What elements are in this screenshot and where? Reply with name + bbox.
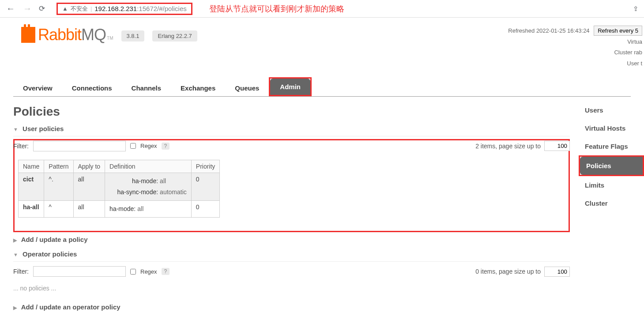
page-size-input[interactable] (544, 141, 570, 151)
filter-input[interactable] (33, 141, 126, 151)
user-label: User t (508, 58, 642, 69)
table-row[interactable]: cict ^. all ha-mode:all ha-sync-mode:aut… (19, 173, 220, 200)
content-area: Policies ▼ User policies Filter: Regex ?… (13, 101, 579, 315)
filter-label: Filter: (13, 143, 29, 150)
tab-exchanges[interactable]: Exchanges (171, 80, 225, 96)
status-column: Refreshed 2022-01-25 16:43:24 Refresh ev… (508, 18, 644, 69)
browser-toolbar: ← → ⟳ ▲ 不安全 | 192.168.2.231:15672/#/poli… (0, 0, 644, 18)
col-pattern: Pattern (44, 160, 73, 173)
regex-checkbox[interactable] (130, 143, 136, 149)
header: RabbitMQ TM 3.8.1 Erlang 22.2.7 (0, 18, 508, 44)
sidebar-item-policies[interactable]: Policies (580, 157, 643, 175)
rabbit-icon (21, 27, 35, 43)
table-row[interactable]: ha-all ^ all ha-mode:all 0 (19, 201, 220, 218)
url-text[interactable]: 192.168.2.231:15672/#/policies (94, 5, 187, 12)
cluster-label: Cluster rab (508, 47, 642, 58)
chevron-right-icon: ▶ (13, 305, 17, 311)
page-title: Policies (13, 105, 570, 119)
back-icon[interactable]: ← (5, 4, 16, 14)
filter-label: Filter: (13, 268, 29, 275)
annotation-text: 登陆从节点就可以看到刚才新加的策略 (209, 4, 344, 14)
insecure-label: 不安全 (71, 5, 88, 13)
sidebar-item-feature-flags[interactable]: Feature Flags (579, 137, 644, 155)
col-definition: Definition (105, 160, 192, 173)
admin-highlight-box: Admin (269, 77, 312, 96)
no-policies-label: ... no policies ... (13, 281, 570, 300)
tab-overview[interactable]: Overview (13, 80, 62, 96)
section-add-operator-policy[interactable]: ▶ Add / update an operator policy (13, 300, 570, 314)
filter-row-operator: Filter: Regex ? 0 items, page size up to (13, 262, 570, 281)
erlang-pill: Erlang 22.2.7 (152, 30, 197, 41)
chevron-down-icon: ▼ (13, 252, 18, 257)
col-priority: Priority (191, 160, 220, 173)
page-size-input-operator[interactable] (544, 267, 570, 277)
rabbitmq-logo[interactable]: RabbitMQ TM (21, 26, 113, 44)
tab-queues[interactable]: Queues (225, 80, 269, 96)
chevron-right-icon: ▶ (13, 237, 17, 243)
section-add-policy[interactable]: ▶ Add / update a policy (13, 232, 570, 247)
insecure-icon: ▲ (62, 5, 68, 12)
policy-table: Name Pattern Apply to Definition Priorit… (18, 160, 220, 218)
refreshed-label: Refreshed 2022-01-25 16:43:24 (508, 27, 589, 34)
sidebar-item-users[interactable]: Users (579, 101, 644, 119)
section-operator-policies[interactable]: ▼ Operator policies (13, 247, 570, 262)
page-root: RabbitMQ TM 3.8.1 Erlang 22.2.7 Refreshe… (0, 18, 644, 314)
sidebar-item-limits[interactable]: Limits (579, 176, 644, 194)
tm-label: TM (107, 36, 113, 41)
admin-sidebar: Users Virtual Hosts Feature Flags Polici… (579, 101, 644, 315)
share-icon[interactable]: ⇪ (633, 5, 639, 13)
tab-connections[interactable]: Connections (62, 80, 122, 96)
help-icon[interactable]: ? (162, 143, 170, 150)
section-user-policies[interactable]: ▼ User policies (13, 121, 570, 136)
item-count-label: 0 items, page size up to (475, 268, 541, 275)
sidebar-item-vhosts[interactable]: Virtual Hosts (579, 119, 644, 137)
regex-label: Regex (140, 143, 157, 149)
refresh-interval-button[interactable]: Refresh every 5 (594, 26, 642, 36)
col-name: Name (19, 160, 44, 173)
forward-icon[interactable]: → (22, 4, 33, 14)
chevron-down-icon: ▼ (13, 127, 18, 132)
url-highlight-box: ▲ 不安全 | 192.168.2.231:15672/#/policies (56, 3, 192, 15)
regex-label: Regex (140, 268, 157, 275)
col-apply: Apply to (73, 160, 105, 173)
tab-admin[interactable]: Admin (270, 79, 310, 95)
policies-sidebar-highlight-box: Policies (579, 155, 644, 176)
main-tabs: Overview Connections Channels Exchanges … (13, 77, 631, 97)
regex-checkbox-operator[interactable] (130, 269, 136, 275)
policies-highlight-box: Name Pattern Apply to Definition Priorit… (13, 139, 570, 233)
reload-icon[interactable]: ⟳ (39, 4, 45, 13)
help-icon[interactable]: ? (162, 268, 170, 275)
version-pill: 3.8.1 (121, 30, 145, 41)
sidebar-item-cluster[interactable]: Cluster (579, 194, 644, 212)
filter-input-operator[interactable] (33, 266, 126, 277)
item-count-label: 2 items, page size up to (475, 143, 541, 150)
virtual-host-label: Virtua (508, 37, 642, 48)
tab-channels[interactable]: Channels (122, 80, 171, 96)
